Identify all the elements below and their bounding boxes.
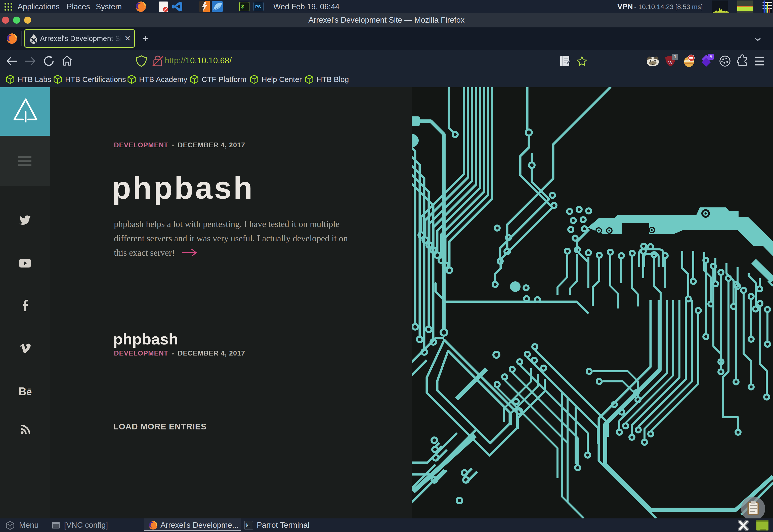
- svg-text:PS: PS: [255, 5, 261, 9]
- svg-text:1: 1: [674, 54, 676, 59]
- svg-text:$_: $_: [245, 523, 250, 528]
- svg-text:w: w: [668, 59, 672, 66]
- svg-text:$: $: [241, 4, 244, 10]
- svg-text:5: 5: [710, 54, 712, 59]
